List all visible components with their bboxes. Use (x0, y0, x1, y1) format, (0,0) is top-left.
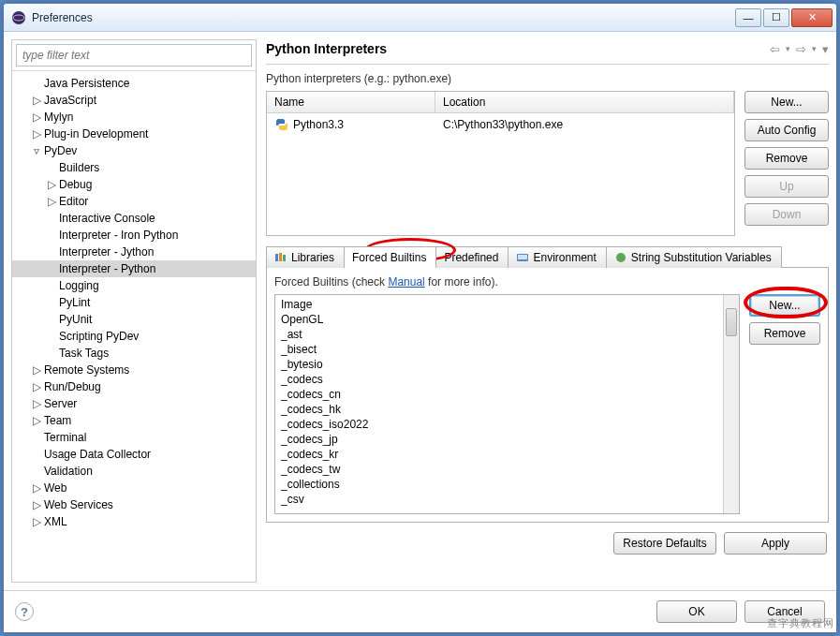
filter-input[interactable] (16, 44, 252, 67)
tree-item[interactable]: ▿PyDev (12, 142, 256, 159)
tree-item[interactable]: ▷XML (12, 513, 256, 530)
tab-content: Forced Builtins (check Manual for more i… (266, 268, 829, 523)
auto-config-button[interactable]: Auto Config (744, 119, 829, 141)
tab-predefined[interactable]: Predefined (435, 246, 508, 268)
list-item[interactable]: OpenGL (279, 312, 719, 327)
svg-rect-2 (275, 254, 278, 261)
minimize-button[interactable]: — (735, 8, 761, 27)
dialog-body: Java Persistence▷JavaScript▷Mylyn▷Plug-i… (4, 32, 836, 590)
list-item[interactable]: _codecs_kr (279, 447, 719, 462)
list-item[interactable]: _codecs_cn (279, 387, 719, 402)
table-row[interactable]: Python3.3 C:\Python33\python.exe (267, 113, 734, 136)
tree-item[interactable]: Logging (12, 277, 256, 294)
page-description: Python interpreters (e.g.: python.exe) (266, 65, 829, 91)
list-item[interactable]: _bytesio (279, 357, 719, 372)
list-item[interactable]: _codecs_jp (279, 432, 719, 447)
window-title: Preferences (32, 11, 735, 24)
tree-item[interactable]: ▷Editor (12, 193, 256, 210)
list-item[interactable]: _codecs_hk (279, 402, 719, 417)
up-button[interactable]: Up (744, 175, 829, 198)
list-item[interactable]: _csv (279, 492, 719, 507)
list-item[interactable]: _codecs (279, 372, 719, 387)
tree-item[interactable]: Task Tags (12, 345, 256, 362)
table-header: Name Location (267, 92, 734, 113)
maximize-button[interactable]: ☐ (763, 8, 789, 27)
svg-point-7 (616, 253, 626, 262)
tree-item[interactable]: ▷Team (12, 412, 256, 429)
eclipse-icon (11, 10, 26, 25)
svg-rect-4 (283, 255, 286, 261)
interp-name: Python3.3 (293, 118, 344, 131)
list-item[interactable]: _codecs_iso2022 (279, 417, 719, 432)
interp-location: C:\Python33\python.exe (443, 118, 727, 131)
tree-item[interactable]: ▷Remote Systems (12, 362, 256, 378)
down-button[interactable]: Down (744, 203, 829, 226)
tab-environment[interactable]: Environment (508, 246, 606, 268)
list-item[interactable]: _bisect (279, 342, 719, 357)
tree-item[interactable]: Interpreter - Jython (12, 244, 256, 260)
tree-item[interactable]: Interactive Console (12, 210, 256, 227)
list-item[interactable]: _ast (279, 327, 719, 342)
footer: ? OK Cancel (4, 590, 836, 632)
tree-item[interactable]: Builders (12, 159, 256, 176)
tree-item[interactable]: Terminal (12, 429, 256, 446)
col-name-header[interactable]: Name (267, 92, 435, 112)
tree-item[interactable]: ▷Mylyn (12, 109, 256, 126)
preferences-window: Preferences — ☐ ✕ Java Persistence▷JavaS… (3, 3, 837, 633)
forced-builtins-list[interactable]: ImageOpenGL_ast_bisect_bytesio_codecs_co… (274, 294, 740, 514)
remove-interpreter-button[interactable]: Remove (744, 147, 829, 170)
page-title: Python Interpreters (266, 41, 387, 56)
list-item[interactable]: _collections (279, 477, 719, 492)
tree-item[interactable]: Usage Data Collector (12, 446, 256, 463)
tree-item[interactable]: Validation (12, 463, 256, 480)
new-interpreter-button[interactable]: New... (744, 91, 829, 113)
manual-link[interactable]: Manual (388, 275, 424, 288)
preferences-tree[interactable]: Java Persistence▷JavaScript▷Mylyn▷Plug-i… (12, 70, 256, 582)
tree-item[interactable]: Interpreter - Python (12, 260, 256, 277)
tree-item[interactable]: PyUnit (12, 311, 256, 328)
svg-rect-6 (518, 255, 527, 259)
python-icon (274, 117, 289, 132)
apply-button[interactable]: Apply (724, 532, 827, 555)
tree-pane: Java Persistence▷JavaScript▷Mylyn▷Plug-i… (11, 39, 257, 583)
titlebar: Preferences — ☐ ✕ (4, 4, 836, 32)
help-icon[interactable]: ? (15, 602, 34, 621)
tree-item[interactable]: PyLint (12, 294, 256, 311)
nav-forward-icon[interactable]: ⇨ (796, 42, 806, 56)
forced-builtins-label: Forced Builtins (check Manual for more i… (274, 275, 820, 288)
new-builtin-button[interactable]: New... (749, 294, 820, 317)
tabs: Libraries Forced Builtins Predefined Env… (266, 245, 829, 268)
nav-back-icon[interactable]: ⇦ (770, 42, 780, 56)
tree-item[interactable]: ▷Web (12, 480, 256, 496)
tree-item[interactable]: ▷Web Services (12, 496, 256, 513)
restore-defaults-button[interactable]: Restore Defaults (613, 532, 716, 555)
content-pane: Python Interpreters ⇦▾ ⇨▾ ▾ Python inter… (266, 39, 829, 583)
string-sub-icon (614, 251, 627, 264)
tree-item[interactable]: ▷Debug (12, 176, 256, 193)
interpreter-table[interactable]: Name Location Python3.3 C:\Python33\pyth… (266, 91, 735, 236)
svg-point-0 (12, 11, 25, 24)
scroll-thumb[interactable] (726, 308, 737, 336)
tree-item[interactable]: ▷Server (12, 395, 256, 412)
scrollbar[interactable] (723, 295, 739, 513)
ok-button[interactable]: OK (656, 600, 737, 623)
list-item[interactable]: _codecs_tw (279, 462, 719, 477)
tree-item[interactable]: Java Persistence (12, 75, 256, 92)
environment-icon (516, 251, 529, 264)
tree-item[interactable]: ▷Run/Debug (12, 378, 256, 395)
tab-libraries[interactable]: Libraries (266, 246, 345, 268)
tree-item[interactable]: ▷JavaScript (12, 92, 256, 109)
nav-arrows: ⇦▾ ⇨▾ ▾ (770, 42, 829, 56)
watermark: 查字典教程网 (767, 616, 834, 630)
list-item[interactable]: Image (279, 297, 719, 312)
col-location-header[interactable]: Location (435, 92, 734, 112)
tree-item[interactable]: Interpreter - Iron Python (12, 227, 256, 244)
tab-forced-builtins[interactable]: Forced Builtins (344, 246, 436, 268)
menu-chevron-icon[interactable]: ▾ (822, 42, 829, 56)
close-button[interactable]: ✕ (791, 8, 833, 27)
libraries-icon (274, 251, 287, 264)
tree-item[interactable]: Scripting PyDev (12, 328, 256, 345)
tree-item[interactable]: ▷Plug-in Development (12, 126, 256, 142)
tab-string-substitution[interactable]: String Substitution Variables (606, 246, 782, 268)
remove-builtin-button[interactable]: Remove (749, 322, 820, 345)
